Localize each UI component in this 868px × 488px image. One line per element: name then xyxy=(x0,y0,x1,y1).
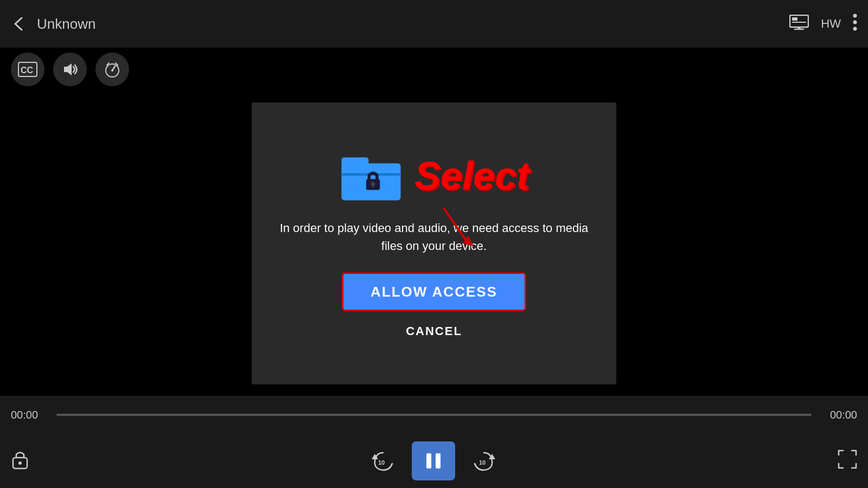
svg-point-22 xyxy=(18,461,22,465)
svg-marker-10 xyxy=(64,63,72,75)
permission-dialog: Select In order to play video and audio,… xyxy=(252,102,616,384)
bottom-bar: 00:00 00:00 10 xyxy=(0,396,868,488)
speed-button[interactable] xyxy=(95,53,129,86)
svg-rect-25 xyxy=(426,453,431,468)
forward-10-button[interactable]: 10 xyxy=(471,448,496,473)
time-end: 00:00 xyxy=(819,409,857,421)
cancel-button[interactable]: CANCEL xyxy=(406,324,462,338)
center-controls: 10 10 xyxy=(371,441,496,480)
svg-rect-1 xyxy=(792,17,797,21)
playback-controls: 10 10 xyxy=(0,434,868,488)
svg-text:10: 10 xyxy=(479,459,486,466)
svg-text:10: 10 xyxy=(378,459,385,466)
more-options-icon[interactable] xyxy=(853,14,857,34)
page-title: Unknown xyxy=(37,16,789,33)
lock-button[interactable] xyxy=(11,449,29,473)
select-text: Select xyxy=(414,156,529,195)
closed-captions-button[interactable]: CC xyxy=(11,53,44,86)
svg-point-7 xyxy=(853,27,857,31)
audio-button[interactable] xyxy=(53,53,87,86)
main-area: Select In order to play video and audio,… xyxy=(0,91,868,396)
top-bar: Unknown HW xyxy=(0,0,868,48)
svg-point-12 xyxy=(111,69,113,72)
sub-controls: CC xyxy=(0,48,868,91)
annotation-arrow xyxy=(438,203,482,252)
progress-row: 00:00 00:00 xyxy=(0,396,868,434)
dialog-message: In order to play video and audio, we nee… xyxy=(280,219,589,255)
fullscreen-button[interactable] xyxy=(838,450,857,473)
play-pause-button[interactable] xyxy=(412,441,455,480)
back-button[interactable] xyxy=(11,16,27,32)
top-right-icons: HW xyxy=(789,14,857,34)
svg-rect-14 xyxy=(341,157,368,166)
progress-bar[interactable] xyxy=(56,414,812,416)
svg-rect-0 xyxy=(790,15,808,27)
time-start: 00:00 xyxy=(11,409,49,421)
folder-lock-icon xyxy=(339,149,404,203)
dialog-icon-area: Select xyxy=(339,149,529,203)
svg-text:CC: CC xyxy=(21,66,34,75)
svg-point-6 xyxy=(853,21,857,24)
cast-icon[interactable] xyxy=(789,15,809,33)
svg-rect-18 xyxy=(372,184,374,187)
svg-rect-26 xyxy=(436,453,441,468)
hw-label: HW xyxy=(821,17,841,31)
rewind-10-button[interactable]: 10 xyxy=(371,448,395,473)
allow-access-button[interactable]: ALLOW ACCESS xyxy=(342,272,526,311)
svg-point-5 xyxy=(853,14,857,18)
svg-rect-2 xyxy=(792,22,806,23)
svg-line-19 xyxy=(444,208,468,243)
